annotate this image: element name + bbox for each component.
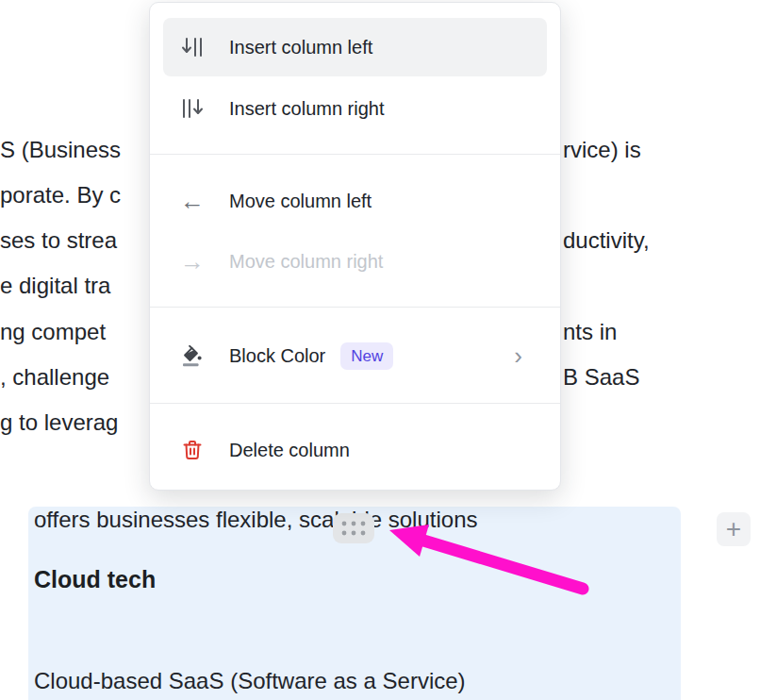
- drag-handle[interactable]: [333, 513, 374, 543]
- block-heading: Cloud tech: [34, 566, 156, 593]
- add-column-button[interactable]: +: [717, 512, 751, 546]
- doc-text-fragment: e digital tra: [0, 272, 110, 300]
- insert-column-left-icon: [180, 35, 205, 59]
- menu-divider: [150, 154, 560, 155]
- menu-item-label: Block Color: [229, 345, 325, 367]
- menu-item-label: Move column left: [229, 191, 372, 212]
- paint-bucket-icon: [180, 343, 205, 368]
- menu-item-delete-column[interactable]: Delete column: [163, 425, 547, 475]
- drag-handle-dots-icon: [339, 518, 369, 539]
- doc-text-fragment: ductivity,: [563, 226, 650, 255]
- trash-icon: [180, 438, 205, 462]
- new-badge: New: [340, 342, 393, 370]
- menu-item-block-color[interactable]: Block Color New ›: [163, 331, 547, 380]
- arrow-left-icon: ←: [180, 189, 205, 213]
- menu-item-insert-column-left[interactable]: Insert column left: [163, 18, 547, 76]
- column-block[interactable]: Cloud tech Cloud-based SaaS (Software as…: [28, 507, 681, 700]
- doc-text-fragment: porate. By c: [0, 181, 121, 209]
- menu-item-label: Insert column left: [229, 37, 372, 58]
- doc-text-fragment: g to leverag: [0, 408, 118, 437]
- menu-item-label: Insert column right: [229, 98, 385, 120]
- column-context-menu: Insert column left Insert column right ←…: [149, 2, 561, 491]
- chevron-right-icon: ›: [514, 343, 522, 368]
- arrow-right-icon: →: [180, 249, 205, 274]
- menu-item-label: Delete column: [229, 440, 350, 461]
- doc-text-fragment: ng compet: [0, 318, 106, 346]
- plus-icon: +: [726, 514, 741, 544]
- doc-text-fragment: nts in: [563, 318, 617, 346]
- doc-text-fragment: ses to strea: [0, 226, 117, 255]
- menu-item-move-column-right[interactable]: → Move column right: [163, 237, 547, 286]
- doc-text-fragment: , challenge: [0, 363, 109, 392]
- menu-item-label: Move column right: [229, 251, 383, 273]
- block-text-line: offers businesses flexible, scalable sol…: [34, 507, 477, 533]
- doc-text-fragment: S (Business: [0, 136, 121, 164]
- doc-text-fragment: rvice) is: [563, 136, 641, 164]
- menu-item-insert-column-right[interactable]: Insert column right: [163, 84, 547, 133]
- block-text-line: Cloud-based SaaS (Software as a Service): [34, 668, 466, 694]
- menu-divider: [150, 307, 560, 308]
- menu-divider: [150, 403, 560, 404]
- insert-column-right-icon: [180, 96, 205, 121]
- doc-text-fragment: B SaaS: [563, 363, 639, 392]
- menu-item-move-column-left[interactable]: ← Move column left: [163, 176, 547, 225]
